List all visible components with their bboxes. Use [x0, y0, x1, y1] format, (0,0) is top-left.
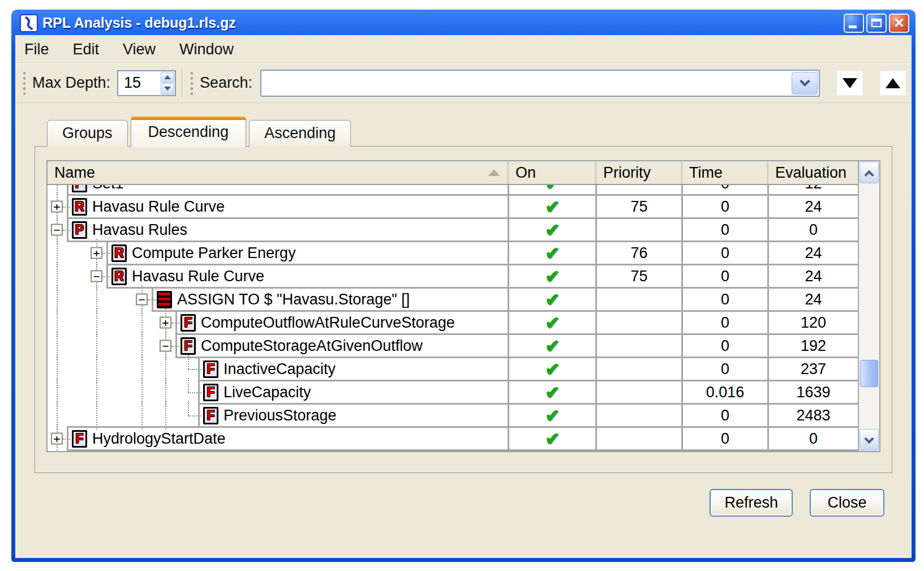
- priority-cell: [595, 333, 681, 358]
- scroll-up-icon: [865, 170, 874, 180]
- toolbar: Max Depth: Search:: [15, 63, 912, 103]
- max-depth-label: Max Depth:: [32, 74, 110, 92]
- on-cell: ✔: [508, 217, 595, 242]
- on-cell: ✔: [508, 194, 595, 219]
- tab-descending[interactable]: Descending: [131, 117, 247, 147]
- menu-edit[interactable]: Edit: [73, 41, 100, 58]
- tree-row[interactable]: +RHavasu Rule Curve✔75024: [48, 194, 858, 219]
- tree-connector-line: [63, 439, 70, 440]
- menu-window[interactable]: Window: [179, 41, 234, 58]
- priority-cell-text: 75: [630, 198, 647, 216]
- on-cell: ✔: [508, 333, 595, 358]
- tree-row[interactable]: FLiveCapacity✔0.0161639: [48, 380, 858, 405]
- collapse-minus-icon[interactable]: −: [136, 294, 148, 306]
- titlebar[interactable]: RPL Analysis - debug1.rls.gz ✕: [15, 10, 912, 35]
- expand-plus-icon[interactable]: +: [51, 201, 63, 213]
- enabled-check-icon: ✔: [545, 382, 560, 403]
- arrow-down-icon: [843, 78, 857, 88]
- on-cell: ✔: [508, 287, 595, 312]
- column-header-name[interactable]: Name: [48, 161, 508, 184]
- column-header-on[interactable]: On: [508, 161, 595, 184]
- spin-up-button[interactable]: [161, 72, 174, 83]
- max-depth-input[interactable]: [118, 71, 160, 95]
- evaluation-cell: 2483: [767, 403, 858, 428]
- menu-view[interactable]: View: [123, 41, 156, 58]
- tree-row[interactable]: −ASSIGN TO $ "Havasu.Storage" []✔024: [48, 287, 858, 312]
- column-header-priority[interactable]: Priority: [595, 161, 681, 184]
- tree-row[interactable]: +RCompute Parker Energy✔76024: [48, 241, 858, 265]
- tree-guide-line: [96, 401, 97, 430]
- tree-row[interactable]: +FHydrologyStartDate✔00: [48, 426, 858, 451]
- column-header-evaluation[interactable]: Evaluation: [767, 161, 858, 184]
- on-cell: ✔: [508, 357, 595, 381]
- tree-connector-line: [188, 415, 201, 417]
- tree-connector-line: [102, 253, 110, 254]
- app-icon: [20, 14, 38, 32]
- tree-row[interactable]: −FComputeStorageAtGivenOutflow✔0192: [48, 333, 858, 358]
- collapse-minus-icon[interactable]: −: [51, 224, 63, 236]
- enabled-check-icon: ✔: [545, 220, 560, 241]
- time-cell-text: 0: [721, 268, 729, 285]
- search-dropdown-button[interactable]: [792, 72, 818, 95]
- priority-cell: [595, 287, 681, 312]
- on-cell: ✔: [508, 426, 595, 451]
- tree-connector-line: [63, 207, 70, 208]
- search-input[interactable]: [261, 71, 790, 96]
- time-cell-text: 0: [721, 314, 729, 332]
- collapse-minus-icon[interactable]: −: [91, 271, 102, 282]
- toolbar-drag-handle[interactable]: [22, 71, 27, 96]
- tree-row[interactable]: FPreviousStorage✔02483: [48, 403, 858, 428]
- minimize-button[interactable]: [844, 14, 864, 33]
- search-next-button[interactable]: [837, 71, 863, 96]
- priority-cell: 75: [595, 264, 681, 289]
- rpl-analysis-window: RPL Analysis - debug1.rls.gz ✕ File Edit…: [11, 10, 916, 562]
- expand-plus-icon[interactable]: +: [51, 433, 63, 445]
- tree-row[interactable]: FInactiveCapacity✔0237: [48, 357, 858, 381]
- on-cell: ✔: [508, 241, 595, 265]
- expand-plus-icon[interactable]: +: [160, 317, 171, 329]
- tab-ascending[interactable]: Ascending: [249, 120, 351, 147]
- close-window-button[interactable]: ✕: [889, 14, 909, 33]
- scrollbar-track[interactable]: [859, 184, 879, 428]
- spin-down-button[interactable]: [161, 83, 174, 95]
- tree-connector-line: [171, 323, 179, 324]
- name-cell: FComputeStorageAtGivenOutflow: [175, 333, 508, 358]
- refresh-button[interactable]: Refresh: [710, 489, 793, 517]
- on-cell: ✔: [508, 310, 595, 335]
- riverware-logo-icon: [22, 16, 36, 30]
- menu-file[interactable]: File: [24, 41, 49, 58]
- evaluation-cell: 24: [767, 241, 858, 265]
- priority-cell: [595, 403, 681, 428]
- search-previous-button[interactable]: [880, 71, 906, 96]
- time-cell-text: 0: [721, 291, 729, 308]
- menu-bar: File Edit View Window: [15, 35, 912, 63]
- tree-row[interactable]: −PHavasu Rules✔00: [48, 217, 858, 242]
- priority-cell: [595, 217, 681, 242]
- column-header-time[interactable]: Time: [681, 161, 767, 184]
- tab-bar: Groups Descending Ascending: [47, 115, 912, 146]
- vertical-scrollbar[interactable]: [858, 161, 879, 451]
- collapse-minus-icon[interactable]: −: [160, 340, 171, 352]
- scroll-down-button[interactable]: [859, 429, 879, 450]
- policy-group-icon: P: [72, 185, 87, 192]
- tree-row[interactable]: +FComputeOutflowAtRuleCurveStorage✔0120: [48, 310, 858, 335]
- maximize-button[interactable]: [866, 14, 887, 33]
- evaluation-cell: 1639: [767, 380, 858, 405]
- scrollbar-thumb[interactable]: [860, 360, 878, 387]
- rule-icon: R: [72, 198, 87, 216]
- name-cell: FPreviousStorage: [198, 403, 508, 428]
- time-cell: 0: [681, 194, 767, 219]
- table-header: Name On Priority Time Evaluation: [48, 161, 858, 185]
- tab-groups[interactable]: Groups: [47, 120, 128, 147]
- row-name-label: Set1: [92, 185, 124, 192]
- scroll-up-button[interactable]: [859, 162, 879, 183]
- row-name-label: LiveCapacity: [224, 384, 311, 401]
- toolbar-drag-handle[interactable]: [190, 71, 194, 96]
- row-name-label: HydrologyStartDate: [92, 430, 226, 448]
- priority-cell: [595, 310, 681, 335]
- time-cell-text: 0: [721, 185, 729, 192]
- tree-row[interactable]: −RHavasu Rule Curve✔75024: [48, 264, 858, 289]
- tree-indent: [48, 380, 198, 405]
- expand-plus-icon[interactable]: +: [91, 247, 102, 259]
- close-button[interactable]: Close: [810, 489, 884, 517]
